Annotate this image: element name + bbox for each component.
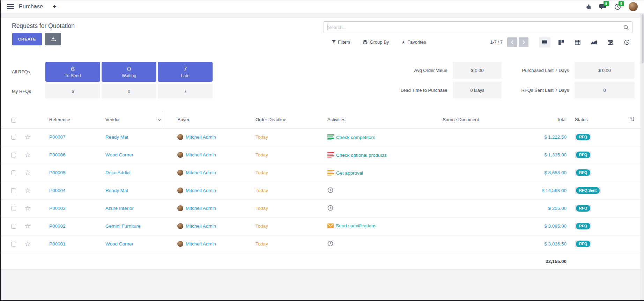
list-view-button[interactable]: [539, 37, 550, 47]
table-row[interactable]: ☆ P00003 Azure Interior Mitchell Admin T…: [1, 199, 644, 217]
activity-link[interactable]: Check competitors: [336, 135, 375, 140]
reference-link[interactable]: P00005: [49, 170, 66, 175]
waiting-button[interactable]: 0 Waiting: [102, 62, 156, 82]
scrollbar-thumb[interactable]: [642, 14, 644, 63]
waiting-count: 0: [127, 65, 131, 73]
avg-order-value-label: Avg Order Value: [387, 62, 447, 79]
my-to-send-cell[interactable]: 6: [45, 84, 100, 98]
my-waiting-cell[interactable]: 0: [102, 84, 156, 98]
favorite-star-icon[interactable]: ☆: [25, 240, 31, 248]
reference-link[interactable]: P00007: [49, 134, 66, 140]
header-reference[interactable]: Reference: [49, 117, 70, 122]
envelope-icon[interactable]: [327, 224, 334, 229]
calendar-view-button[interactable]: [605, 37, 616, 47]
clock-icon[interactable]: [327, 242, 333, 248]
clock-icon[interactable]: [327, 207, 333, 212]
table-row[interactable]: ☆ P00005 Deco Addict Mitchell Admin Toda…: [1, 164, 644, 182]
pager-previous-button[interactable]: [507, 37, 517, 47]
vertical-scrollbar[interactable]: [641, 14, 644, 301]
favorite-star-icon[interactable]: ☆: [25, 151, 31, 159]
row-checkbox[interactable]: [11, 242, 16, 247]
to-send-caption: To Send: [65, 73, 81, 78]
favorite-star-icon[interactable]: ☆: [25, 205, 31, 212]
vendor-link[interactable]: Wood Corner: [105, 241, 133, 247]
optional-columns-icon[interactable]: [630, 117, 635, 123]
activity-list-green-icon[interactable]: [327, 134, 334, 140]
activity-list-red-icon[interactable]: [327, 152, 334, 158]
header-status[interactable]: Status: [575, 117, 588, 122]
reference-link[interactable]: P00003: [49, 206, 66, 211]
debug-bug-icon[interactable]: [586, 4, 592, 10]
buyer-link[interactable]: Mitchell Admin: [186, 241, 216, 247]
header-vendor[interactable]: Vendor: [105, 117, 120, 122]
export-download-button[interactable]: [45, 33, 61, 45]
vendor-link[interactable]: Gemini Furniture: [105, 223, 141, 229]
header-buyer[interactable]: Buyer: [178, 117, 190, 122]
favorites-button[interactable]: ★ Favorites: [401, 39, 426, 45]
clock-icon[interactable]: [327, 189, 333, 194]
app-name[interactable]: Purchase: [19, 3, 43, 10]
vendor-link[interactable]: Ready Mat: [105, 134, 128, 140]
activity-view-button[interactable]: [621, 37, 632, 47]
favorite-star-icon[interactable]: ☆: [25, 222, 31, 230]
graph-view-button[interactable]: [588, 37, 600, 47]
header-order-deadline[interactable]: Order Deadline: [256, 117, 286, 122]
group-by-button[interactable]: Group By: [363, 39, 389, 45]
kanban-view-button[interactable]: [555, 37, 567, 47]
favorite-star-icon[interactable]: ☆: [25, 133, 31, 141]
activity-link[interactable]: Get approval: [336, 170, 363, 176]
buyer-link[interactable]: Mitchell Admin: [186, 152, 216, 157]
my-late-cell[interactable]: 7: [158, 84, 213, 98]
vendor-link[interactable]: Azure Interior: [105, 206, 134, 211]
row-checkbox[interactable]: [11, 188, 16, 193]
table-row[interactable]: ☆ P00006 Wood Corner Mitchell Admin Toda…: [1, 146, 644, 164]
buyer-link[interactable]: Mitchell Admin: [186, 134, 216, 140]
search-input[interactable]: [324, 22, 632, 33]
late-button[interactable]: 7 Late: [158, 62, 213, 82]
reference-link[interactable]: P00001: [49, 241, 66, 247]
search-icon[interactable]: [623, 25, 629, 30]
messages-icon[interactable]: 5: [599, 3, 607, 10]
total-value: $ 3,095.00: [544, 223, 567, 229]
table-row[interactable]: ☆ P00004 Ready Mat Mitchell Admin Today …: [1, 182, 644, 199]
buyer-link[interactable]: Mitchell Admin: [186, 206, 216, 211]
buyer-link[interactable]: Mitchell Admin: [186, 170, 216, 175]
row-checkbox[interactable]: [11, 224, 16, 229]
user-avatar[interactable]: [629, 2, 638, 11]
favorite-star-icon[interactable]: ☆: [25, 169, 31, 176]
row-checkbox[interactable]: [11, 170, 16, 175]
purchased-last-7-days: $ 0.00: [575, 62, 635, 79]
pivot-view-button[interactable]: [572, 37, 583, 47]
favorite-star-icon[interactable]: ☆: [25, 187, 31, 194]
reference-link[interactable]: P00006: [49, 152, 66, 157]
row-checkbox[interactable]: [11, 153, 16, 157]
pager-next-button[interactable]: [519, 37, 528, 47]
select-all-checkbox[interactable]: [11, 118, 16, 123]
buyer-link[interactable]: Mitchell Admin: [186, 223, 216, 229]
table-row[interactable]: ☆ P00007 Ready Mat Mitchell Admin Today …: [1, 128, 644, 146]
favorites-label: Favorites: [407, 39, 426, 45]
reference-link[interactable]: P00004: [49, 188, 66, 193]
filters-button[interactable]: Filters: [332, 39, 350, 45]
row-checkbox[interactable]: [11, 206, 16, 211]
row-checkbox[interactable]: [11, 135, 16, 140]
header-activities[interactable]: Activities: [327, 117, 345, 122]
activity-list-yellow-icon[interactable]: [327, 170, 334, 176]
reference-link[interactable]: P00002: [49, 223, 66, 229]
activities-clock-icon[interactable]: 9: [614, 3, 621, 10]
create-button[interactable]: CREATE: [12, 33, 42, 45]
new-tab-icon[interactable]: +: [53, 3, 56, 10]
to-send-button[interactable]: 6 To Send: [45, 62, 100, 82]
vendor-link[interactable]: Wood Corner: [105, 152, 133, 157]
buyer-link[interactable]: Mitchell Admin: [186, 188, 216, 193]
table-row[interactable]: ☆ P00002 Gemini Furniture Mitchell Admin…: [1, 217, 644, 235]
apps-menu-icon[interactable]: [7, 4, 14, 9]
vendor-link[interactable]: Ready Mat: [105, 188, 128, 193]
activity-link[interactable]: Send specifications: [336, 223, 376, 228]
sort-chevron-down-icon[interactable]: [158, 117, 161, 122]
header-source-document[interactable]: Source Document: [443, 117, 479, 122]
vendor-link[interactable]: Deco Addict: [105, 170, 131, 175]
table-row[interactable]: ☆ P00001 Wood Corner Mitchell Admin Toda…: [1, 235, 644, 253]
activity-link[interactable]: Check optional products: [336, 153, 387, 158]
header-total[interactable]: Total: [557, 117, 567, 122]
